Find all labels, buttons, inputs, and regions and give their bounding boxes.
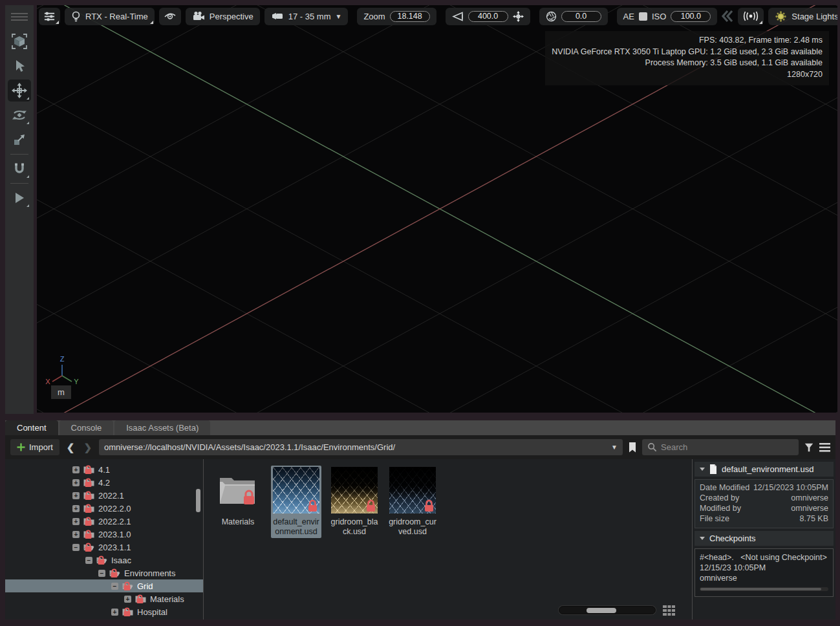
collapse-expander-icon[interactable]: −	[85, 557, 92, 564]
lens-button[interactable]: 17 - 35 mm ▼	[264, 8, 349, 25]
tree-item[interactable]: +2022.2.0	[5, 502, 203, 515]
collapse-expander-icon[interactable]: −	[98, 570, 105, 577]
scale-tool-icon	[12, 133, 27, 147]
file-info-box: Date Modified12/15/2023 10:05PMCreated b…	[695, 479, 834, 528]
rotate-tool-button[interactable]	[8, 104, 31, 126]
path-bar[interactable]: ▼	[99, 439, 623, 455]
info-row: Modified byomniverse	[700, 503, 828, 513]
grid-view-icon[interactable]	[663, 605, 675, 616]
tree-item[interactable]: −2023.1.1	[5, 541, 203, 554]
lock-badge-icon	[307, 499, 318, 512]
tree-item[interactable]: +2022.2.1	[5, 515, 203, 528]
snap-tool-button[interactable]	[8, 158, 31, 180]
focus-cube-button[interactable]	[8, 30, 31, 52]
collapse-expander-icon[interactable]: −	[111, 583, 118, 590]
collapse-expander-icon[interactable]: −	[72, 544, 80, 551]
tree-item[interactable]: −Isaac	[5, 554, 203, 567]
move-tool-button[interactable]	[8, 80, 31, 102]
renderer-button[interactable]: RTX - Real-Time	[65, 8, 155, 25]
path-input[interactable]	[104, 442, 611, 452]
tab-console[interactable]: Console	[59, 420, 114, 435]
stage-lights-button[interactable]: Stage Lights	[768, 8, 837, 25]
omniverse-window: { "viewport": { "toolbar": { "rtx_label"…	[0, 0, 840, 626]
expand-expander-icon[interactable]: +	[72, 492, 80, 499]
iso-field[interactable]: 100.0	[671, 11, 711, 22]
checkpoint-entry[interactable]: #<head>. <Not using Checkpoint> 12/15/23…	[695, 548, 834, 597]
tree-item[interactable]: −Grid	[5, 579, 203, 592]
select-tool-button[interactable]	[8, 55, 31, 77]
checkpoints-header[interactable]: Checkpoints	[695, 531, 834, 546]
broadcast-icon	[742, 11, 759, 21]
tree-item[interactable]: −Environments	[5, 567, 203, 579]
camera-button[interactable]: Perspective	[186, 8, 260, 25]
stats-gpu: NVIDIA GeForce RTX 3050 Ti Laptop GPU: 1…	[552, 47, 823, 58]
axis-z-label: Z	[60, 355, 65, 363]
path-dropdown-icon[interactable]: ▼	[611, 444, 618, 451]
folder-card[interactable]: Materials	[213, 466, 263, 528]
thumbnail-size-slider[interactable]	[559, 606, 656, 614]
bookmark-icon[interactable]	[628, 442, 637, 453]
folder-lock-icon	[135, 594, 147, 603]
eye-icon	[164, 11, 177, 21]
toolbar-grip[interactable]	[11, 11, 28, 23]
stats-fps: FPS: 403.82, Frame time: 2.48 ms	[552, 35, 823, 47]
viewport-3d[interactable]: RTX - Real-Time Perspective 17 - 35 mm	[37, 5, 837, 413]
tree-item[interactable]: +Materials	[5, 592, 203, 605]
search-bar[interactable]	[642, 439, 799, 455]
tree-item[interactable]: +Hospital	[5, 605, 203, 618]
import-button[interactable]: Import	[10, 439, 59, 455]
expand-expander-icon[interactable]: +	[72, 505, 80, 512]
tree-item[interactable]: +2022.1	[5, 489, 203, 502]
tree-item[interactable]: +4.2	[5, 476, 203, 489]
checkpoint-head: #<head>.	[700, 553, 734, 562]
ae-checkbox[interactable]	[639, 12, 647, 21]
tree-item[interactable]: +2023.1.0	[5, 528, 203, 541]
info-row: Date Modified12/15/2023 10:05PM	[700, 482, 828, 493]
zoom-field[interactable]: 18.148	[390, 11, 430, 22]
slider-thumb[interactable]	[587, 608, 616, 613]
axis-y-label: Y	[74, 378, 79, 385]
back-arrow-icon[interactable]: ❮	[65, 442, 77, 453]
import-label: Import	[29, 442, 53, 452]
file-card[interactable]: default_environment.usd	[271, 466, 321, 538]
tree-item[interactable]: +4.1	[5, 463, 203, 476]
filter-funnel-icon[interactable]	[804, 442, 814, 453]
forward-arrow-icon[interactable]: ❯	[81, 442, 94, 453]
file-card[interactable]: gridroom_black.usd	[329, 466, 380, 538]
expand-expander-icon[interactable]: +	[72, 518, 80, 525]
expand-expander-icon[interactable]: +	[111, 609, 118, 616]
tool-separator	[10, 183, 28, 184]
capture-button[interactable]	[738, 8, 764, 25]
toolbar-collapse-button[interactable]	[722, 8, 733, 24]
expand-expander-icon[interactable]: +	[72, 531, 80, 538]
visibility-button[interactable]	[159, 8, 181, 25]
folder-lock-icon	[83, 517, 95, 526]
view-options-icon[interactable]	[819, 443, 830, 452]
speed-field[interactable]: 400.0	[468, 11, 508, 22]
axis-gizmo: Z X Y m	[42, 354, 87, 405]
renderer-label: RTX - Real-Time	[85, 12, 148, 21]
file-card[interactable]: gridroom_curved.usd	[387, 466, 438, 538]
speed-cone-icon	[452, 12, 464, 21]
tab-isaac-assets[interactable]: Isaac Assets (Beta)	[114, 420, 210, 435]
info-label: Date Modified	[700, 482, 749, 493]
exposure-field[interactable]: 0.0	[561, 11, 601, 22]
scale-tool-button[interactable]	[8, 129, 31, 151]
expand-expander-icon[interactable]: +	[72, 479, 80, 486]
scrollbar-thumb[interactable]	[700, 588, 821, 590]
render-settings-button[interactable]	[39, 8, 60, 25]
rotate-tool-icon	[12, 107, 27, 123]
tree-scrollbar[interactable]	[196, 489, 200, 512]
expand-expander-icon[interactable]: +	[72, 466, 80, 473]
play-button[interactable]	[8, 187, 31, 209]
tab-content[interactable]: Content	[5, 420, 58, 435]
search-input[interactable]	[661, 442, 793, 452]
checkpoint-hscrollbar[interactable]	[700, 587, 828, 591]
expand-expander-icon[interactable]: +	[124, 596, 131, 603]
viewport-toolbar: RTX - Real-Time Perspective 17 - 35 mm	[39, 6, 835, 26]
details-header[interactable]: default_environment.usd	[695, 462, 834, 477]
pan-arrows-icon[interactable]	[513, 11, 524, 22]
folder-lock-icon	[122, 607, 134, 616]
grid-unit-label[interactable]: m	[51, 385, 71, 399]
tree-item-label: Grid	[137, 581, 153, 591]
